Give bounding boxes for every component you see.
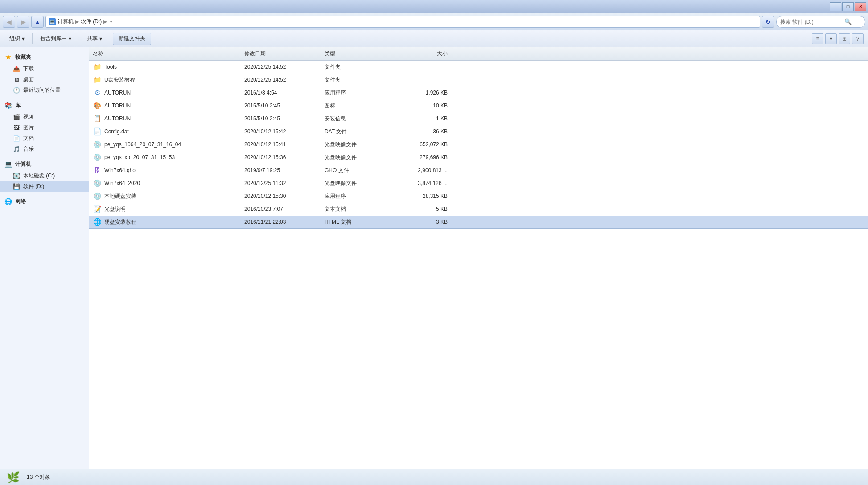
library-label: 库	[15, 102, 21, 109]
forward-button[interactable]: ▶	[17, 16, 29, 28]
sidebar-group-computer[interactable]: 💻 计算机	[0, 158, 89, 170]
content-area: 名称 修改日期 类型 大小 📁 Tools 2020/12/25 14:52 文…	[89, 47, 868, 469]
picture-label: 图片	[23, 124, 34, 132]
view-options-button[interactable]: ▾	[825, 33, 837, 44]
file-size-cell	[392, 66, 455, 68]
layout-button[interactable]: ⊞	[839, 33, 850, 44]
drive-c-icon: 💽	[12, 172, 21, 180]
document-label: 文档	[23, 135, 34, 142]
sidebar-group-library[interactable]: 📚 库	[0, 99, 89, 111]
help-button[interactable]: ?	[852, 33, 864, 44]
close-button[interactable]: ✕	[855, 2, 866, 11]
file-date-cell: 2020/12/25 11:32	[241, 179, 321, 187]
file-name-cell: 📁 U盘安装教程	[89, 74, 241, 85]
file-size-cell: 1 KB	[392, 115, 455, 123]
sidebar-item-recent[interactable]: 🕐 最近访问的位置	[0, 85, 89, 95]
table-row[interactable]: 💿 pe_yqs_xp_20_07_31_15_53 2020/10/12 15…	[89, 151, 868, 164]
file-size-cell: 36 KB	[392, 127, 455, 136]
file-size-cell	[392, 79, 455, 81]
organize-button[interactable]: 组织 ▾	[4, 33, 29, 45]
file-name: 本地硬盘安装	[104, 193, 136, 200]
file-type-icon: 🌐	[93, 218, 102, 226]
file-name-cell: 💿 pe_yqs_1064_20_07_31_16_04	[89, 139, 241, 150]
file-type-cell: 光盘映像文件	[321, 179, 392, 188]
table-row[interactable]: 📄 Config.dat 2020/10/12 15:42 DAT 文件 36 …	[89, 125, 868, 138]
table-row[interactable]: 📁 Tools 2020/12/25 14:52 文件夹	[89, 61, 868, 74]
file-name-cell: 📋 AUTORUN	[89, 113, 241, 124]
table-row[interactable]: 📁 U盘安装教程 2020/12/25 14:52 文件夹	[89, 74, 868, 86]
sidebar-group-network[interactable]: 🌐 网络	[0, 195, 89, 208]
file-size-cell: 279,696 KB	[392, 153, 455, 161]
share-button[interactable]: 共享 ▾	[82, 33, 107, 45]
toolbar-separator-2	[79, 33, 79, 44]
sidebar-section-network: 🌐 网络	[0, 195, 89, 208]
sidebar-section-library: 📚 库 🎬 视频 🖼 图片 📄 文档 🎵 音乐	[0, 99, 89, 154]
new-folder-button[interactable]: 新建文件夹	[113, 33, 151, 45]
sidebar-item-drive-c[interactable]: 💽 本地磁盘 (C:)	[0, 170, 89, 181]
titlebar: ─ □ ✕	[0, 0, 868, 13]
include-dropdown-icon: ▾	[69, 36, 71, 42]
include-library-button[interactable]: 包含到库中 ▾	[35, 33, 76, 45]
breadcrumb-computer[interactable]: 计算机	[58, 18, 74, 25]
col-header-name[interactable]: 名称	[89, 49, 241, 58]
main-layout: ★ 收藏夹 📥 下载 🖥 桌面 🕐 最近访问的位置 📚 库	[0, 47, 868, 469]
maximize-button[interactable]: □	[842, 2, 854, 11]
file-name: Win7x64_2020	[104, 180, 140, 186]
table-row[interactable]: 💿 本地硬盘安装 2020/10/12 15:30 应用程序 28,315 KB	[89, 190, 868, 203]
sidebar-item-music[interactable]: 🎵 音乐	[0, 144, 89, 154]
breadcrumb-drive[interactable]: 软件 (D:)	[81, 18, 102, 25]
table-row[interactable]: 💿 Win7x64_2020 2020/12/25 11:32 光盘映像文件 3…	[89, 177, 868, 190]
sidebar-item-picture[interactable]: 🖼 图片	[0, 122, 89, 133]
music-label: 音乐	[23, 145, 34, 153]
computer-icon: 💻	[49, 18, 56, 25]
recent-icon: 🕐	[12, 86, 21, 94]
toolbar-separator-3	[110, 33, 110, 44]
sidebar-item-desktop[interactable]: 🖥 桌面	[0, 74, 89, 85]
file-date-cell: 2019/9/7 19:25	[241, 166, 321, 174]
file-date-cell: 2020/10/12 15:30	[241, 192, 321, 200]
file-name: U盘安装教程	[104, 76, 135, 84]
table-row[interactable]: 📋 AUTORUN 2015/5/10 2:45 安装信息 1 KB	[89, 112, 868, 125]
breadcrumb-sep-1: ▶	[75, 19, 79, 25]
breadcrumb[interactable]: 💻 计算机 ▶ 软件 (D:) ▶ ▼	[45, 16, 760, 28]
table-row[interactable]: 💿 pe_yqs_1064_20_07_31_16_04 2020/10/12 …	[89, 138, 868, 151]
network-label: 网络	[15, 198, 26, 206]
search-input[interactable]	[780, 19, 843, 25]
breadcrumb-expand[interactable]: ▼	[109, 19, 113, 24]
file-type-icon: 🎨	[93, 101, 102, 110]
computer-label: 计算机	[15, 160, 31, 168]
file-size-cell: 3 KB	[392, 218, 455, 226]
file-name-cell: 📄 Config.dat	[89, 126, 241, 137]
file-date-cell: 2015/5/10 2:45	[241, 102, 321, 110]
sidebar-group-favorites[interactable]: ★ 收藏夹	[0, 51, 89, 63]
file-type-cell: 应用程序	[321, 192, 392, 201]
col-header-type[interactable]: 类型	[321, 49, 392, 58]
table-row[interactable]: 🗄 Win7x64.gho 2019/9/7 19:25 GHO 文件 2,90…	[89, 164, 868, 177]
share-dropdown-icon: ▾	[99, 36, 102, 42]
minimize-button[interactable]: ─	[830, 2, 841, 11]
sidebar-item-drive-d[interactable]: 💾 软件 (D:)	[0, 181, 89, 192]
file-type-cell: 光盘映像文件	[321, 140, 392, 149]
file-type-cell: DAT 文件	[321, 127, 392, 136]
file-type-icon: 📁	[93, 75, 102, 84]
download-label: 下载	[23, 65, 34, 73]
table-row[interactable]: 📝 光盘说明 2016/10/23 7:07 文本文档 5 KB	[89, 203, 868, 216]
table-row[interactable]: 🌐 硬盘安装教程 2016/11/21 22:03 HTML 文档 3 KB	[89, 216, 868, 229]
file-list: 📁 Tools 2020/12/25 14:52 文件夹 📁 U盘安装教程 20…	[89, 61, 868, 229]
sidebar-item-document[interactable]: 📄 文档	[0, 133, 89, 144]
back-button[interactable]: ◀	[3, 16, 15, 28]
status-bar: 🌿 13 个对象	[0, 469, 868, 485]
col-header-size[interactable]: 大小	[392, 49, 455, 58]
sidebar-item-video[interactable]: 🎬 视频	[0, 111, 89, 122]
view-toggle-button[interactable]: ≡	[812, 33, 823, 44]
document-icon: 📄	[12, 134, 21, 142]
table-row[interactable]: ⚙ AUTORUN 2016/1/8 4:54 应用程序 1,926 KB	[89, 86, 868, 99]
file-type-cell: 安装信息	[321, 114, 392, 123]
up-button[interactable]: ▲	[31, 16, 44, 28]
refresh-button[interactable]: ↻	[762, 16, 774, 28]
file-type-icon: 📄	[93, 127, 102, 136]
file-date-cell: 2020/10/12 15:36	[241, 153, 321, 161]
sidebar-item-download[interactable]: 📥 下载	[0, 63, 89, 74]
table-row[interactable]: 🎨 AUTORUN 2015/5/10 2:45 图标 10 KB	[89, 99, 868, 112]
col-header-modified[interactable]: 修改日期	[241, 49, 321, 58]
